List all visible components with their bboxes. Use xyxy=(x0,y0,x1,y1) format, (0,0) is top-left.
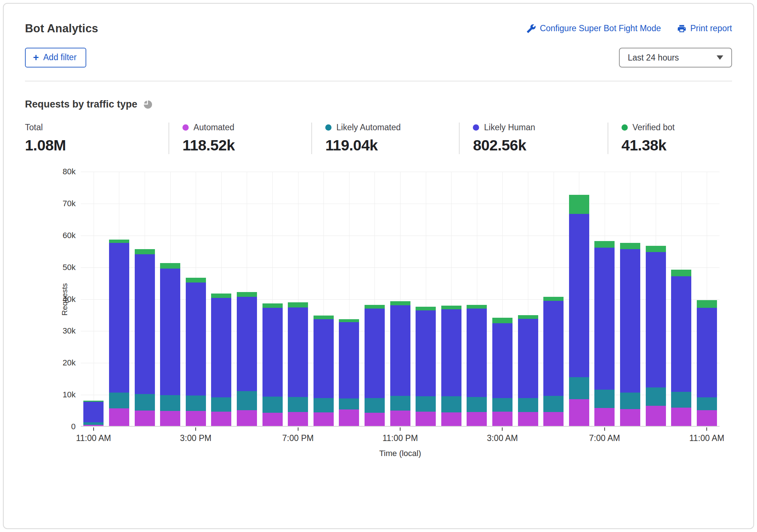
time-range-select[interactable]: Last 24 hours xyxy=(619,48,732,68)
bar-segment-likely-automated[interactable] xyxy=(365,398,385,412)
stacked-bar-900pm[interactable] xyxy=(339,319,359,426)
stacked-bar-1200pm[interactable] xyxy=(109,240,129,426)
bar-segment-verified-bot[interactable] xyxy=(441,306,461,309)
bar-segment-verified-bot[interactable] xyxy=(365,305,385,309)
bar-segment-automated[interactable] xyxy=(314,412,334,426)
stacked-bar-200am[interactable] xyxy=(467,305,487,426)
bar-segment-automated[interactable] xyxy=(569,399,589,426)
bar-segment-likely-automated[interactable] xyxy=(416,396,436,412)
bar-segment-likely-human[interactable] xyxy=(211,298,231,397)
bar-segment-automated[interactable] xyxy=(543,412,564,426)
bar-segment-likely-automated[interactable] xyxy=(671,392,691,408)
stacked-bar-300am[interactable] xyxy=(492,318,512,426)
bar-segment-likely-human[interactable] xyxy=(543,301,564,396)
bar-segment-verified-bot[interactable] xyxy=(518,315,538,319)
bar-segment-verified-bot[interactable] xyxy=(135,249,155,254)
bar-segment-likely-human[interactable] xyxy=(492,323,512,398)
bar-segment-automated[interactable] xyxy=(211,412,231,426)
bar-segment-automated[interactable] xyxy=(262,413,283,426)
bar-segment-likely-human[interactable] xyxy=(467,309,487,397)
bar-segment-automated[interactable] xyxy=(620,409,640,426)
stacked-bar-100am[interactable] xyxy=(441,306,461,426)
bar-segment-automated[interactable] xyxy=(160,411,180,426)
bar-segment-verified-bot[interactable] xyxy=(288,302,308,307)
stacked-bar-1100am[interactable] xyxy=(83,401,104,426)
stacked-bar-600am[interactable] xyxy=(569,195,589,426)
configure-super-bot-fight-mode-link[interactable]: Configure Super Bot Fight Mode xyxy=(526,23,661,33)
bar-segment-verified-bot[interactable] xyxy=(186,278,206,283)
bar-segment-likely-automated[interactable] xyxy=(543,396,564,412)
stacked-bar-200pm[interactable] xyxy=(160,263,180,426)
bar-segment-likely-human[interactable] xyxy=(441,309,461,396)
bar-segment-likely-human[interactable] xyxy=(339,322,359,399)
bar-segment-likely-human[interactable] xyxy=(518,319,538,398)
bar-segment-verified-bot[interactable] xyxy=(543,297,564,300)
add-filter-button[interactable]: + Add filter xyxy=(25,48,86,68)
bar-segment-automated[interactable] xyxy=(671,408,691,426)
bar-segment-likely-automated[interactable] xyxy=(314,398,334,412)
stacked-bar-900am[interactable] xyxy=(646,246,666,426)
bar-segment-automated[interactable] xyxy=(237,410,257,426)
bar-segment-automated[interactable] xyxy=(594,408,615,426)
bar-segment-likely-human[interactable] xyxy=(646,252,666,387)
bar-segment-automated[interactable] xyxy=(186,411,206,426)
bar-segment-automated[interactable] xyxy=(697,410,717,426)
stacked-bar-400pm[interactable] xyxy=(211,294,231,426)
print-report-link[interactable]: Print report xyxy=(677,23,732,33)
bar-segment-verified-bot[interactable] xyxy=(211,294,231,298)
stacked-bar-400am[interactable] xyxy=(518,315,538,426)
bar-segment-likely-human[interactable] xyxy=(135,254,155,394)
stacked-bar-500am[interactable] xyxy=(543,297,564,426)
stacked-bar-300pm[interactable] xyxy=(186,278,206,426)
bar-segment-likely-human[interactable] xyxy=(83,402,104,422)
bar-segment-verified-bot[interactable] xyxy=(620,243,640,249)
bar-segment-verified-bot[interactable] xyxy=(237,292,257,297)
bar-segment-likely-human[interactable] xyxy=(620,249,640,393)
bar-segment-likely-human[interactable] xyxy=(314,319,334,398)
bar-segment-automated[interactable] xyxy=(83,425,104,426)
bar-segment-verified-bot[interactable] xyxy=(697,300,717,308)
bar-segment-likely-human[interactable] xyxy=(237,297,257,391)
stacked-bar-1000pm[interactable] xyxy=(365,305,385,426)
bar-segment-verified-bot[interactable] xyxy=(339,319,359,322)
bar-segment-likely-automated[interactable] xyxy=(569,377,589,399)
bar-segment-likely-automated[interactable] xyxy=(262,397,283,412)
bar-segment-automated[interactable] xyxy=(467,412,487,426)
bar-segment-likely-automated[interactable] xyxy=(186,396,206,411)
bar-segment-verified-bot[interactable] xyxy=(416,307,436,310)
stacked-bar-1100am[interactable] xyxy=(697,300,717,426)
bar-segment-verified-bot[interactable] xyxy=(160,263,180,269)
bar-segment-likely-human[interactable] xyxy=(109,243,129,392)
bar-segment-verified-bot[interactable] xyxy=(314,316,334,319)
bar-segment-automated[interactable] xyxy=(492,412,512,426)
bar-segment-likely-automated[interactable] xyxy=(518,398,538,412)
stacked-bar-1200am[interactable] xyxy=(416,307,436,426)
bar-segment-likely-human[interactable] xyxy=(416,310,436,397)
bar-segment-verified-bot[interactable] xyxy=(467,305,487,309)
stacked-bar-700am[interactable] xyxy=(594,241,615,426)
stacked-bar-700pm[interactable] xyxy=(288,302,308,426)
bar-segment-automated[interactable] xyxy=(441,412,461,426)
bar-segment-automated[interactable] xyxy=(135,411,155,426)
bar-segment-likely-human[interactable] xyxy=(697,308,717,397)
bar-segment-likely-human[interactable] xyxy=(160,269,180,395)
stacked-bar-1000am[interactable] xyxy=(671,270,691,426)
bar-segment-verified-bot[interactable] xyxy=(109,240,129,243)
stacked-bar-100pm[interactable] xyxy=(135,249,155,426)
bar-segment-likely-human[interactable] xyxy=(671,276,691,392)
bar-segment-likely-automated[interactable] xyxy=(441,396,461,412)
bar-segment-automated[interactable] xyxy=(109,408,129,426)
bar-segment-automated[interactable] xyxy=(646,406,666,426)
bar-segment-likely-automated[interactable] xyxy=(492,398,512,411)
bar-segment-likely-automated[interactable] xyxy=(697,397,717,410)
bar-segment-likely-automated[interactable] xyxy=(467,397,487,412)
stacked-bar-800am[interactable] xyxy=(620,243,640,426)
stacked-bar-800pm[interactable] xyxy=(314,316,334,426)
bar-segment-verified-bot[interactable] xyxy=(671,270,691,276)
bar-segment-verified-bot[interactable] xyxy=(569,195,589,214)
bar-segment-verified-bot[interactable] xyxy=(390,301,410,305)
bar-segment-verified-bot[interactable] xyxy=(646,246,666,252)
bar-segment-automated[interactable] xyxy=(365,413,385,426)
bar-segment-likely-automated[interactable] xyxy=(339,398,359,409)
stacked-bar-600pm[interactable] xyxy=(262,303,283,426)
